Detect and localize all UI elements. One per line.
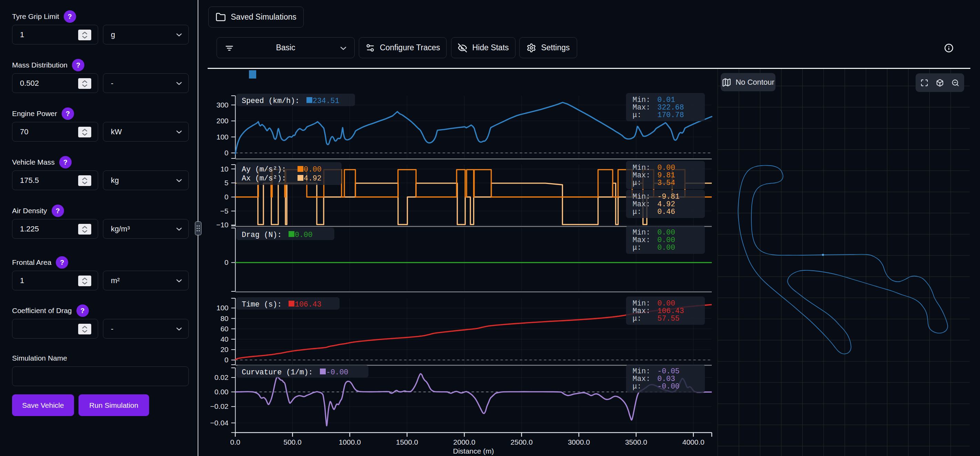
- svg-text:0.02: 0.02: [215, 373, 229, 381]
- svg-text:Min:: Min:: [633, 193, 651, 201]
- svg-text:Min:: Min:: [633, 96, 651, 104]
- svg-text:40: 40: [220, 335, 228, 343]
- svg-text:300: 300: [216, 101, 228, 109]
- svg-text:0: 0: [224, 258, 229, 266]
- svg-text:Max:: Max:: [633, 375, 651, 383]
- svg-text:0.00: 0.00: [295, 231, 313, 239]
- svg-text:-9.81: -9.81: [657, 193, 680, 201]
- svg-text:μ:: μ:: [633, 244, 641, 252]
- svg-text:Min:: Min:: [633, 367, 651, 375]
- svg-text:106.43: 106.43: [657, 307, 684, 315]
- svg-text:Ay (m/s²):: Ay (m/s²):: [242, 165, 286, 174]
- svg-text:2000.0: 2000.0: [453, 438, 475, 446]
- svg-text:Max:: Max:: [633, 171, 651, 179]
- svg-text:μ:: μ:: [633, 208, 641, 216]
- svg-text:100: 100: [216, 133, 228, 141]
- svg-text:Max:: Max:: [633, 307, 651, 315]
- svg-text:Max:: Max:: [633, 200, 651, 208]
- svg-text:4.92: 4.92: [657, 200, 675, 208]
- svg-text:170.78: 170.78: [657, 111, 684, 119]
- svg-text:0.00: 0.00: [657, 164, 675, 172]
- svg-text:Curvature (1/m):: Curvature (1/m):: [242, 368, 313, 376]
- svg-text:Distance (m): Distance (m): [453, 447, 494, 455]
- svg-text:Max:: Max:: [633, 236, 651, 244]
- svg-text:0.03: 0.03: [657, 375, 675, 383]
- svg-text:0.46: 0.46: [657, 208, 675, 216]
- svg-text:Drag (N):: Drag (N):: [242, 231, 282, 239]
- svg-text:9.81: 9.81: [657, 171, 675, 179]
- svg-text:Min:: Min:: [633, 228, 651, 237]
- svg-text:20: 20: [220, 346, 228, 353]
- svg-text:0.00: 0.00: [304, 165, 321, 174]
- svg-text:200: 200: [216, 117, 228, 125]
- svg-text:μ:: μ:: [633, 382, 641, 391]
- svg-text:0.00: 0.00: [657, 228, 675, 237]
- svg-text:60: 60: [220, 325, 228, 333]
- svg-text:Ax (m/s²):: Ax (m/s²):: [242, 174, 286, 183]
- svg-text:μ:: μ:: [633, 314, 641, 323]
- svg-text:3500.0: 3500.0: [625, 438, 647, 446]
- svg-text:−0.02: −0.02: [210, 402, 228, 410]
- svg-text:Time (s):: Time (s):: [242, 300, 282, 309]
- svg-text:−10: −10: [216, 221, 229, 229]
- svg-text:1500.0: 1500.0: [396, 438, 418, 446]
- svg-text:322.68: 322.68: [657, 103, 684, 112]
- svg-text:Speed (km/h):: Speed (km/h):: [242, 97, 299, 105]
- svg-text:μ:: μ:: [633, 111, 641, 119]
- svg-text:500.0: 500.0: [283, 438, 302, 446]
- svg-text:80: 80: [220, 314, 228, 322]
- svg-text:4000.0: 4000.0: [682, 438, 704, 446]
- svg-text:5: 5: [224, 179, 229, 187]
- svg-text:234.51: 234.51: [313, 97, 339, 105]
- svg-text:3.54: 3.54: [657, 179, 675, 187]
- svg-text:0.00: 0.00: [657, 236, 675, 244]
- svg-text:Min:: Min:: [633, 164, 651, 172]
- svg-text:3000.0: 3000.0: [568, 438, 590, 446]
- svg-text:μ:: μ:: [633, 179, 641, 187]
- svg-text:0: 0: [224, 356, 229, 364]
- svg-text:−5: −5: [220, 207, 229, 215]
- svg-text:0.00: 0.00: [657, 244, 675, 252]
- svg-text:0.0: 0.0: [231, 438, 240, 446]
- svg-text:-0.00: -0.00: [657, 382, 680, 391]
- svg-text:Min:: Min:: [633, 299, 651, 308]
- svg-text:0.00: 0.00: [657, 299, 675, 308]
- svg-text:106.43: 106.43: [295, 300, 321, 309]
- svg-text:Max:: Max:: [633, 103, 651, 112]
- svg-text:0: 0: [224, 193, 229, 201]
- svg-text:10: 10: [220, 165, 228, 173]
- svg-text:0.01: 0.01: [657, 96, 675, 104]
- svg-text:1000.0: 1000.0: [339, 438, 361, 446]
- svg-text:57.55: 57.55: [657, 314, 680, 323]
- svg-text:-0.05: -0.05: [657, 367, 680, 375]
- svg-text:4.92: 4.92: [304, 174, 321, 183]
- svg-text:−0.04: −0.04: [210, 419, 228, 427]
- svg-text:2500.0: 2500.0: [511, 438, 533, 446]
- svg-text:-0.00: -0.00: [326, 368, 348, 376]
- svg-text:0.00: 0.00: [215, 388, 229, 396]
- svg-text:0: 0: [224, 149, 229, 157]
- svg-text:100: 100: [216, 304, 228, 312]
